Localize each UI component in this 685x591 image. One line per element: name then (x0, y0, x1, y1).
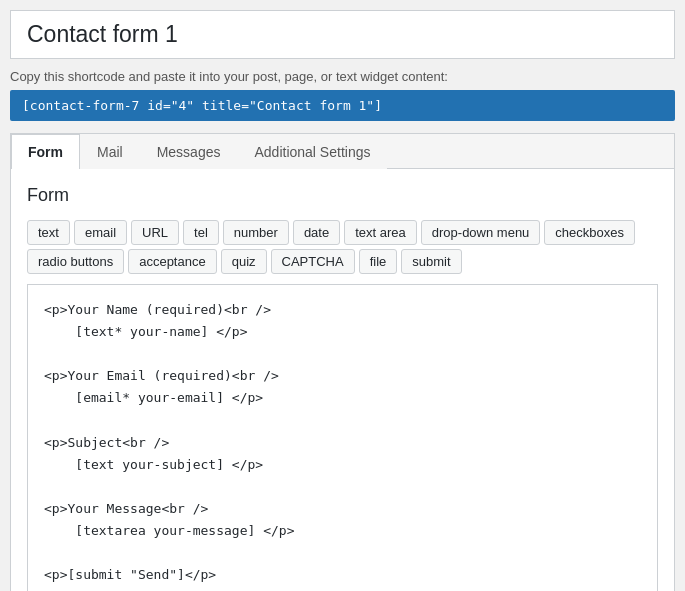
tag-btn-dropdown[interactable]: drop-down menu (421, 220, 541, 245)
tag-btn-captcha[interactable]: CAPTCHA (271, 249, 355, 274)
page-title: Contact form 1 (27, 21, 658, 48)
tag-btn-email[interactable]: email (74, 220, 127, 245)
tag-btn-text[interactable]: text (27, 220, 70, 245)
tag-btn-url[interactable]: URL (131, 220, 179, 245)
shortcode-description: Copy this shortcode and paste it into yo… (10, 69, 675, 84)
tabs-nav: Form Mail Messages Additional Settings (11, 134, 674, 169)
shortcode-bar[interactable]: [contact-form-7 id="4" title="Contact fo… (10, 90, 675, 121)
tag-btn-date[interactable]: date (293, 220, 340, 245)
tag-btn-checkboxes[interactable]: checkboxes (544, 220, 635, 245)
tab-form[interactable]: Form (11, 134, 80, 169)
tag-btn-quiz[interactable]: quiz (221, 249, 267, 274)
form-tab-content: Form text email URL tel number date text… (11, 169, 674, 591)
title-box: Contact form 1 (10, 10, 675, 59)
tag-btn-tel[interactable]: tel (183, 220, 219, 245)
tag-btn-submit[interactable]: submit (401, 249, 461, 274)
tag-btn-radio[interactable]: radio buttons (27, 249, 124, 274)
tab-mail[interactable]: Mail (80, 134, 140, 169)
tab-additional-settings[interactable]: Additional Settings (237, 134, 387, 169)
form-editor[interactable]: <p>Your Name (required)<br /> [text* you… (27, 284, 658, 591)
page-container: Contact form 1 Copy this shortcode and p… (10, 10, 675, 591)
tag-btn-acceptance[interactable]: acceptance (128, 249, 217, 274)
tabs-container: Form Mail Messages Additional Settings F… (10, 133, 675, 591)
form-section-title: Form (27, 185, 658, 206)
tag-btn-textarea[interactable]: text area (344, 220, 417, 245)
tag-buttons-row: text email URL tel number date text area… (27, 220, 658, 274)
tag-btn-file[interactable]: file (359, 249, 398, 274)
tag-btn-number[interactable]: number (223, 220, 289, 245)
tab-messages[interactable]: Messages (140, 134, 238, 169)
